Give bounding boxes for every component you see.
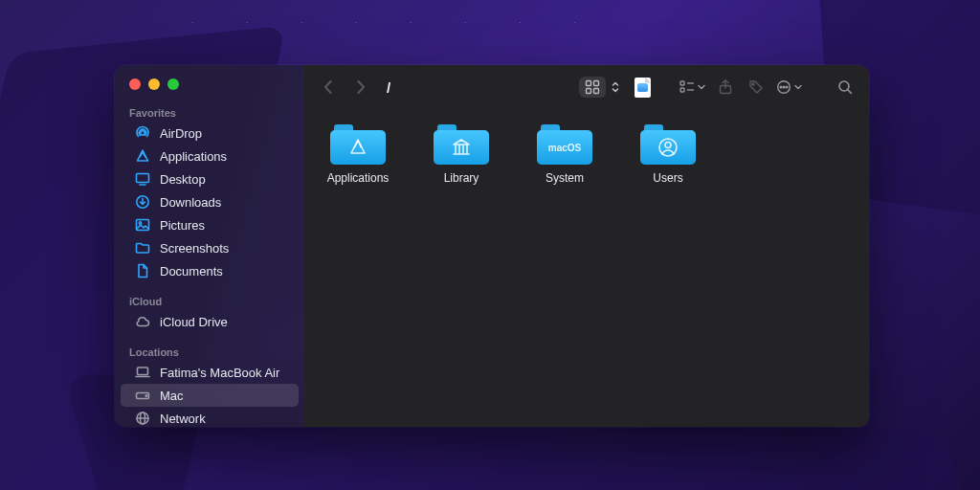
- svg-rect-16: [594, 89, 599, 94]
- window-controls: [115, 78, 304, 103]
- documents-icon: [135, 263, 150, 278]
- sidebar-item-network[interactable]: Network: [121, 407, 299, 427]
- svg-rect-13: [587, 81, 591, 86]
- view-menu-button[interactable]: [606, 78, 625, 97]
- sidebar-item-label: Pictures: [160, 219, 205, 232]
- folder-library[interactable]: Library: [425, 124, 498, 185]
- downloads-icon: [135, 194, 150, 210]
- svg-point-25: [783, 86, 785, 88]
- view-switcher: [579, 77, 651, 98]
- folder-label: System: [546, 171, 584, 185]
- sidebar-item-applications[interactable]: Applications: [121, 145, 299, 167]
- folder-icon: [135, 240, 150, 256]
- folder-icon: [640, 124, 696, 165]
- folder-users[interactable]: Users: [632, 124, 704, 185]
- sidebar-item-label: Screenshots: [160, 242, 229, 255]
- folder-icon: [434, 124, 489, 165]
- sidebar-item-label: Applications: [160, 150, 227, 163]
- maximize-button[interactable]: [167, 78, 179, 90]
- minimize-button[interactable]: [148, 78, 160, 90]
- sidebar: FavoritesAirDropApplicationsDesktopDownl…: [115, 65, 304, 427]
- folder-label: Users: [653, 171, 682, 185]
- airdrop-icon: [135, 125, 150, 141]
- cloud-icon: [135, 314, 150, 329]
- share-button[interactable]: [715, 77, 736, 98]
- globe-icon: [135, 411, 150, 426]
- content-pane: /: [304, 65, 869, 427]
- sidebar-item-label: Desktop: [160, 173, 206, 186]
- folder-applications[interactable]: Applications: [322, 124, 394, 185]
- sidebar-section-label: iCloud: [115, 292, 304, 310]
- sidebar-item-icloud-drive[interactable]: iCloud Drive: [121, 310, 299, 333]
- sidebar-item-label: Mac: [160, 390, 184, 402]
- toolbar: /: [304, 65, 869, 109]
- svg-rect-4: [137, 220, 149, 231]
- forward-button[interactable]: [350, 77, 371, 98]
- sidebar-item-desktop[interactable]: Desktop: [121, 167, 299, 190]
- sidebar-item-fatima-s-macbook-air[interactable]: Fatima's MacBook Air: [121, 361, 299, 384]
- svg-point-35: [665, 143, 671, 148]
- svg-rect-15: [587, 89, 591, 94]
- svg-rect-17: [680, 81, 684, 85]
- svg-rect-1: [137, 174, 149, 183]
- svg-point-24: [780, 86, 782, 88]
- close-button[interactable]: [129, 78, 141, 90]
- folder-label: Applications: [327, 171, 390, 185]
- sidebar-item-airdrop[interactable]: AirDrop: [121, 122, 299, 145]
- finder-window: FavoritesAirDropApplicationsDesktopDownl…: [115, 65, 869, 427]
- disk-icon: [135, 388, 150, 403]
- svg-point-5: [139, 222, 141, 224]
- sidebar-item-label: Network: [160, 412, 206, 425]
- sidebar-item-documents[interactable]: Documents: [121, 259, 299, 282]
- back-button[interactable]: [318, 77, 339, 98]
- sidebar-item-label: Downloads: [160, 196, 221, 209]
- folder-label: Library: [444, 171, 479, 185]
- view-icons-button[interactable]: [579, 77, 606, 98]
- sidebar-item-label: Documents: [160, 265, 223, 278]
- path-title: /: [387, 79, 390, 96]
- apps-icon: [135, 148, 150, 164]
- svg-point-26: [786, 86, 788, 88]
- wallpaper-stars: · · · · · · · ·: [191, 17, 601, 27]
- sidebar-item-label: iCloud Drive: [160, 316, 228, 328]
- svg-point-9: [145, 395, 147, 397]
- desktop-icon: [135, 171, 150, 187]
- preview-doc-icon: [635, 78, 651, 98]
- svg-rect-6: [138, 368, 148, 375]
- svg-rect-18: [680, 88, 684, 92]
- folder-icon: macOS: [537, 124, 592, 165]
- sidebar-item-label: AirDrop: [160, 127, 202, 140]
- svg-point-0: [141, 131, 145, 135]
- folder-icon: [330, 124, 386, 165]
- svg-line-28: [848, 90, 852, 94]
- folder-system[interactable]: macOSSystem: [528, 124, 601, 185]
- search-button[interactable]: [835, 77, 856, 98]
- file-grid: ApplicationsLibrarymacOSSystemUsers: [304, 109, 869, 427]
- sidebar-section-label: Favorites: [115, 103, 304, 122]
- action-menu-button[interactable]: [776, 77, 802, 98]
- sidebar-item-screenshots[interactable]: Screenshots: [121, 236, 299, 259]
- laptop-icon: [135, 365, 150, 380]
- sidebar-item-pictures[interactable]: Pictures: [121, 213, 299, 236]
- tags-button[interactable]: [746, 77, 767, 98]
- svg-point-22: [752, 83, 754, 85]
- sidebar-section-label: Locations: [115, 343, 304, 361]
- sidebar-item-downloads[interactable]: Downloads: [121, 190, 299, 213]
- sidebar-item-mac[interactable]: Mac: [121, 384, 299, 407]
- svg-rect-14: [594, 81, 599, 86]
- sidebar-item-label: Fatima's MacBook Air: [160, 367, 279, 379]
- pictures-icon: [135, 217, 150, 233]
- group-by-button[interactable]: [679, 77, 705, 98]
